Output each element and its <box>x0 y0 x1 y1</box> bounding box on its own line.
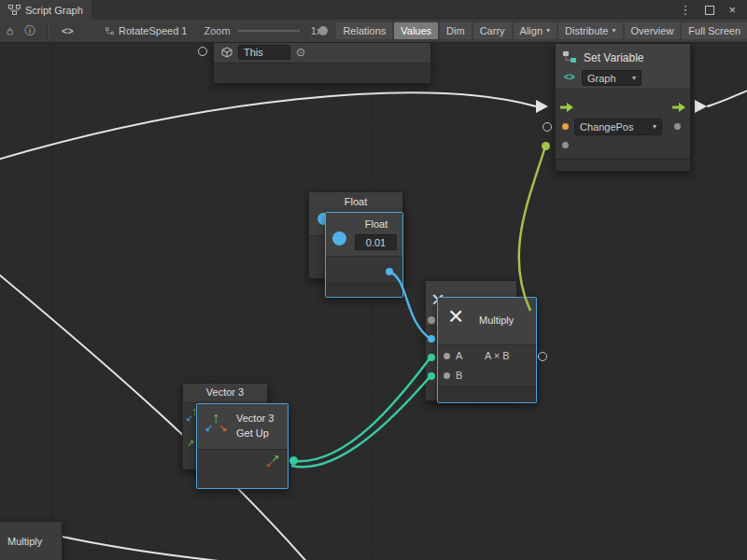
this-input-port[interactable] <box>198 47 207 56</box>
chevron-down-icon: ▾ <box>546 27 550 35</box>
input-b-port[interactable] <box>444 372 450 379</box>
node-title: Set Variable <box>584 51 643 64</box>
carry-button[interactable]: Carry <box>473 22 512 39</box>
multiply-node-partial[interactable]: Multiply <box>0 521 63 560</box>
code-view-icon[interactable]: <> <box>62 25 74 36</box>
variable-name-port[interactable] <box>562 123 569 130</box>
this-node[interactable]: This ⊙ <box>213 41 431 84</box>
float-output-port[interactable] <box>386 268 393 275</box>
this-target-field[interactable]: This <box>238 45 290 60</box>
tab-title: Script Graph <box>25 5 83 16</box>
tab-script-graph[interactable]: Script Graph <box>0 0 92 20</box>
cube-icon <box>221 47 233 58</box>
relations-button[interactable]: Relations <box>336 22 392 39</box>
multiply-b2-port[interactable] <box>428 372 435 380</box>
multiply-node[interactable]: × Multiply A A × B B <box>437 297 537 403</box>
multiply-icon: × <box>448 301 463 331</box>
get-up-icon: ↗ ↙ <box>266 453 283 469</box>
target-icon[interactable]: ⊙ <box>296 46 305 59</box>
get-up-icon: ↗ <box>187 438 194 448</box>
graph-name-label: RotateSpeed 1 <box>119 25 187 36</box>
chevron-down-icon: ▾ <box>632 75 636 82</box>
chevron-down-icon: ▾ <box>613 27 616 35</box>
menu-icon[interactable]: ⋮ <box>679 3 691 17</box>
variable-icon <box>562 49 577 64</box>
multiply-b-port[interactable] <box>428 354 435 361</box>
graph-toolbar: ⓘ <> RotateSpeed 1 Zoom 1x Relations Val… <box>0 20 747 43</box>
distribute-button[interactable]: Distribute▾ <box>558 22 622 39</box>
vector3-get-up-node[interactable]: ↑ ↙ ↘ Vector 3 Get Up ↗ ↙ <box>196 403 289 489</box>
toolbar-button-group: Relations Values Dim Carry Align▾ Distri… <box>336 22 747 39</box>
set-variable-out-port[interactable] <box>543 122 552 132</box>
flow-in-port[interactable] <box>560 103 573 112</box>
multiply-a-port[interactable] <box>428 335 435 343</box>
close-icon[interactable]: × <box>728 3 736 17</box>
set-variable-value-port[interactable] <box>542 142 550 150</box>
align-button[interactable]: Align▾ <box>514 22 557 39</box>
overview-button[interactable]: Overview <box>625 22 681 39</box>
multiply-back-port[interactable] <box>428 316 435 324</box>
output-value-port[interactable] <box>674 123 681 130</box>
values-button[interactable]: Values <box>394 22 438 39</box>
multiply-result-port[interactable] <box>538 352 547 361</box>
float-value-input[interactable]: 0.01 <box>355 234 397 250</box>
info-icon[interactable]: ⓘ <box>24 23 35 39</box>
chevron-down-icon: ▾ <box>653 123 656 131</box>
zoom-label: Zoom <box>204 25 230 36</box>
zoom-slider[interactable] <box>238 30 300 32</box>
graph-asset-icon <box>106 26 114 36</box>
toolbar-separator <box>47 24 49 37</box>
variable-name-dropdown[interactable]: ChangePos ▾ <box>574 119 662 135</box>
flow-out-port[interactable] <box>672 103 685 112</box>
float-type-icon <box>332 231 346 245</box>
maximize-icon[interactable] <box>705 6 714 15</box>
graph-scope-icon: <> <box>564 72 575 82</box>
input-a-port[interactable] <box>444 353 450 359</box>
window-tab-bar: Script Graph ⋮ × <box>0 0 747 20</box>
lock-icon[interactable] <box>7 25 13 37</box>
vector3-output-port[interactable] <box>289 456 298 465</box>
script-graph-icon <box>8 5 21 15</box>
set-variable-node[interactable]: Set Variable <> Graph ▾ ChangePos ▾ <box>555 43 691 172</box>
zoom-slider-knob[interactable] <box>318 26 328 35</box>
dim-button[interactable]: Dim <box>440 22 472 39</box>
variable-scope-dropdown[interactable]: Graph ▾ <box>582 70 641 86</box>
vector3-icon: ↑ ↙ ↘ <box>204 410 231 440</box>
input-value-port[interactable] <box>562 142 569 148</box>
fullscreen-button[interactable]: Full Screen <box>682 22 747 39</box>
float-node[interactable]: Float 0.01 <box>325 212 403 298</box>
